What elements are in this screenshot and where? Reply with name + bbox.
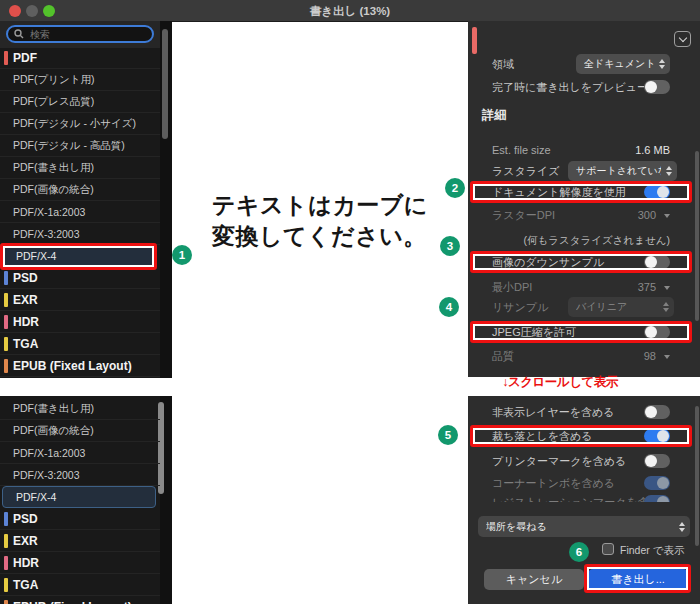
format-list-item[interactable]: PDF/X-3:2003 [0,223,160,245]
format-list-item[interactable]: PDF/X-1a:2003 [0,201,160,223]
format-label: PDF(画像の統合) [13,183,94,197]
details-header: 詳細 [482,107,507,124]
format-label: EPUB (Fixed Layout) [13,600,132,604]
format-list-item[interactable]: PSD [0,508,160,530]
format-label: EPUB (Fixed Layout) [13,359,132,373]
format-list-item[interactable]: PDF(デジタル - 小サイズ) [0,113,160,135]
format-list-item[interactable]: HDR [0,311,160,333]
bleed-toggle[interactable] [644,429,670,443]
format-label: PSD [13,271,38,285]
format-list-item[interactable]: EXR [0,289,160,311]
annotation-circle-2: 2 [445,178,465,198]
doc-resolution-toggle[interactable] [644,185,670,199]
panel-scrollbar-thumb[interactable] [695,406,699,546]
toggle-knob [645,406,657,418]
annotation-circle-6: 6 [569,542,589,562]
format-label: PDF/X-1a:2003 [13,447,85,459]
corner-marks-label: コーナートンボを含める [492,476,615,490]
format-color-bar [4,293,8,307]
scroll-note: ↓スクロールして表示 [455,374,665,391]
annotation-circle-1: 1 [172,245,192,265]
cancel-button[interactable]: キャンセル [484,569,584,590]
list-scrollbar-track[interactable] [160,396,172,604]
jpeg-toggle[interactable] [644,325,670,339]
panel-scrollbar-thumb[interactable] [695,151,699,321]
corner-marks-toggle[interactable] [644,476,670,490]
search-field[interactable] [6,25,154,43]
rasterize-note: (何もラスタライズされません) [524,233,670,247]
format-list-item[interactable]: PDF/X-3:2003 [0,464,160,486]
search-icon [14,29,24,39]
registration-marks-toggle[interactable] [644,495,670,502]
format-list-item-selected[interactable]: PDF/X-4 [2,245,156,267]
format-list-item[interactable]: TGA [0,574,160,596]
format-list-item-selected[interactable]: PDF/X-4 [2,486,156,508]
search-input[interactable] [28,28,146,41]
toggle-knob [657,186,669,198]
list-scrollbar-thumb[interactable] [162,29,168,139]
collapse-button[interactable] [674,31,691,47]
format-color-bar [4,51,8,65]
hidden-layers-label: 非表示レイヤーを含める [492,405,615,419]
annotation-circle-4: 4 [439,297,459,317]
format-color-bar [4,556,8,570]
est-size-label: Est. file size [492,143,551,157]
format-list-item[interactable]: PDF(プリント用) [0,69,160,91]
annotation-circle-3: 3 [440,236,460,256]
toggle-knob [657,477,669,489]
updown-chevron-icon [663,302,669,312]
format-list-item[interactable]: PDF(画像の統合) [0,179,160,201]
rasterize-select[interactable]: サポートされていない… [568,161,677,181]
area-select[interactable]: 全ドキュメント [576,54,670,74]
resample-select[interactable]: バイリニア [568,297,674,317]
preview-label: 完了時に書き出しをプレビュー [492,80,648,94]
preview-toggle[interactable] [644,80,670,94]
resample-label: リサンプル [492,300,548,314]
location-select[interactable]: 場所を尋ねる [478,516,690,537]
format-list-item[interactable]: EPUB (Fixed Layout) [0,596,160,604]
format-label: TGA [13,337,38,351]
finder-checkbox[interactable] [602,543,614,555]
format-list-item[interactable]: PDF(書き出し用) [0,157,160,179]
caret-down-icon [664,355,670,359]
hidden-layers-toggle[interactable] [644,405,670,419]
format-list-item[interactable]: PDF(画像の統合) [0,420,160,442]
format-list-item[interactable]: EXR [0,530,160,552]
format-list-item[interactable]: PSD [0,267,160,289]
quality-value[interactable]: 98 [644,349,670,363]
format-list-item[interactable]: PDF [0,47,160,69]
est-size-value: 1.6 MB [635,143,670,157]
area-label: 領域 [492,57,514,71]
toggle-knob [645,256,657,268]
printer-marks-toggle[interactable] [644,454,670,468]
format-list-item[interactable]: PDF(書き出し用) [0,398,160,420]
downsample-label: 画像のダウンサンプル [492,255,604,269]
doc-resolution-label: ドキュメント解像度を使用 [492,185,626,199]
format-list-item[interactable]: HDR [0,552,160,574]
window-title: 書き出し (13%) [0,4,700,19]
rasterize-label: ラスタライズ [492,164,560,178]
format-list-item[interactable]: TGA [0,333,160,355]
format-label: PDF(書き出し用) [13,161,94,175]
printer-marks-label: プリンターマークを含める [492,454,626,468]
toggle-knob [645,81,657,93]
format-list-item[interactable]: PDF/X-1a:2003 [0,442,160,464]
format-label: PSD [13,512,38,526]
downsample-toggle[interactable] [644,255,670,269]
format-list-item[interactable]: PDF(デジタル - 高品質) [0,135,160,157]
canvas-text: テキストはカーブに 変換してください。 [212,190,428,252]
resample-value: バイリニア [576,300,627,314]
format-color-bar [4,600,8,604]
list-scrollbar-track[interactable] [160,21,172,378]
format-list-item[interactable]: EPUB (Fixed Layout) [0,355,160,377]
format-label: PDF(画像の統合) [13,424,94,438]
format-label: PDF(プリント用) [13,73,94,87]
toggle-knob [645,326,657,338]
format-list-item[interactable]: PDF(プレス品質) [0,91,160,113]
export-button[interactable]: 書き出し... [588,569,688,590]
caret-down-icon [664,214,670,218]
min-dpi-value[interactable]: 375 [638,280,670,294]
format-label: TGA [13,578,38,592]
caret-down-icon [664,286,670,290]
raster-dpi-value[interactable]: 300 [638,208,670,222]
